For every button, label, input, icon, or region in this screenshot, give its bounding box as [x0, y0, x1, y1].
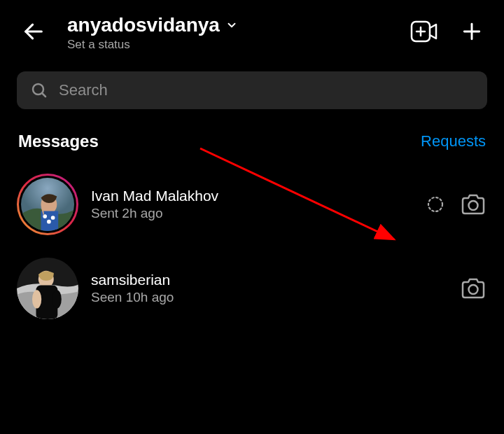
avatar-story-ring[interactable] [17, 174, 78, 235]
username-dropdown[interactable]: anyadosvidanya [67, 14, 398, 36]
username-label: anyadosvidanya [67, 14, 220, 36]
svg-point-13 [47, 220, 51, 224]
camera-icon [461, 277, 486, 300]
compose-button[interactable] [456, 16, 487, 47]
message-info: samsiberian Seen 10h ago [91, 272, 447, 305]
svg-point-12 [51, 216, 55, 220]
message-name: samsiberian [91, 272, 447, 288]
search-icon [31, 82, 48, 99]
avatar [21, 178, 74, 231]
search-placeholder: Search [59, 81, 108, 99]
search-input[interactable]: Search [17, 71, 487, 109]
svg-point-19 [32, 290, 41, 308]
svg-line-7 [43, 94, 46, 97]
svg-point-20 [52, 290, 62, 308]
dotted-circle-icon [426, 195, 444, 214]
message-item[interactable]: Ivan Mad Malakhov Sent 2h ago [8, 162, 496, 246]
avatar-wrapper[interactable] [17, 258, 78, 319]
disappearing-message-indicator [426, 195, 445, 214]
message-info: Ivan Mad Malakhov Sent 2h ago [91, 188, 413, 221]
video-plus-icon [410, 20, 438, 43]
message-status: Seen 10h ago [91, 290, 447, 305]
search-container: Search [0, 60, 504, 115]
camera-button[interactable] [459, 274, 487, 302]
svg-point-15 [469, 201, 478, 210]
avatar [17, 258, 78, 319]
header-title-area: anyadosvidanya Set a status [62, 11, 398, 52]
svg-point-14 [428, 197, 442, 211]
header: anyadosvidanya Set a status [0, 0, 504, 60]
message-status: Sent 2h ago [91, 206, 413, 221]
plus-icon [461, 20, 483, 43]
back-arrow-icon [22, 20, 46, 43]
header-actions [409, 16, 487, 47]
camera-icon [461, 193, 486, 216]
requests-link[interactable]: Requests [421, 132, 486, 150]
back-button[interactable] [17, 15, 50, 48]
message-name: Ivan Mad Malakhov [91, 188, 413, 204]
section-header: Messages Requests [0, 115, 504, 162]
message-item[interactable]: samsiberian Seen 10h ago [8, 246, 496, 330]
message-actions [459, 274, 487, 302]
message-list: Ivan Mad Malakhov Sent 2h ago [0, 162, 504, 330]
chevron-down-icon [225, 19, 238, 31]
messages-title: Messages [18, 132, 99, 151]
video-call-button[interactable] [409, 16, 440, 47]
svg-point-21 [469, 285, 478, 294]
status-prompt[interactable]: Set a status [67, 38, 398, 52]
camera-button[interactable] [459, 190, 487, 218]
message-actions [426, 190, 487, 218]
